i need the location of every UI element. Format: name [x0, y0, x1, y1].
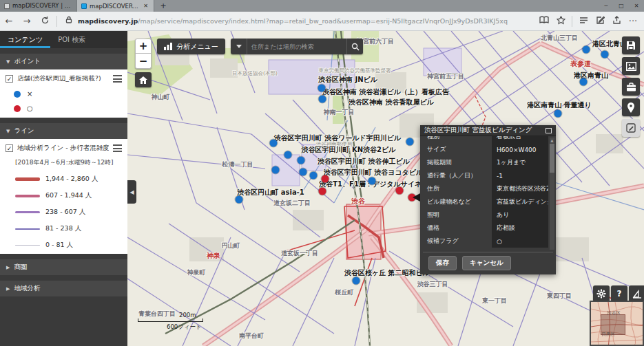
sidebar-tab[interactable]: コンテンツ — [0, 31, 50, 48]
web-note-icon[interactable] — [592, 16, 608, 27]
more-icon[interactable]: ··· — [625, 16, 641, 26]
save-map-button[interactable] — [622, 36, 640, 54]
briefcase-button[interactable] — [622, 78, 640, 96]
map-marker[interactable] — [270, 140, 278, 147]
attribute-value[interactable]: 応相談 — [492, 221, 548, 235]
attribute-value[interactable]: 宮益坂ビルディング — [492, 195, 548, 208]
export-image-button[interactable] — [622, 57, 640, 75]
map-label: 東一丁目 — [482, 296, 507, 305]
scale-meters: 200m — [179, 312, 196, 318]
chevron-down-icon: ▼ — [6, 59, 10, 65]
legend-label: 81 - 238 人 — [45, 224, 81, 233]
url-path: /map/service/mapdiscovery/index.html?map… — [138, 17, 508, 25]
map-marker[interactable] — [310, 172, 318, 180]
map-marker[interactable] — [318, 85, 326, 92]
map-marker[interactable] — [298, 157, 305, 164]
favorite-star-icon[interactable] — [552, 16, 569, 27]
hub-icon[interactable] — [575, 16, 592, 26]
point-legend-item: × — [14, 90, 122, 98]
map-marker[interactable] — [368, 177, 376, 185]
browser-tab[interactable]: mapDISCOVERY Viewer ✕ — [77, 0, 154, 12]
scrollbar-thumb[interactable] — [550, 144, 554, 173]
map-label: 東四丁目 — [547, 292, 572, 301]
layer-checkbox[interactable]: ✓ — [6, 144, 13, 152]
scroll-up-icon[interactable]: ▲ — [550, 138, 554, 143]
legend-label: 607 - 1,944 人 — [45, 191, 92, 200]
minimize-icon[interactable] — [546, 128, 552, 133]
attribute-value[interactable]: 東京都渋谷区渋谷2-19-15 — [492, 182, 548, 195]
settings-button[interactable] — [593, 285, 610, 302]
attribute-value[interactable]: あり — [492, 208, 548, 221]
layer-checkbox[interactable]: ✓ — [6, 75, 13, 83]
layer-menu-icon[interactable] — [113, 144, 122, 152]
sidebar-collapse-handle[interactable]: ◀ — [127, 180, 136, 204]
url-field[interactable]: mapdiscovery.jp/map/service/mapdiscovery… — [78, 14, 530, 29]
forward-icon[interactable]: → — [18, 16, 36, 26]
legend-label: 0 - 81 人 — [45, 241, 73, 250]
popup-scrollbar[interactable]: ▲ — [550, 138, 554, 250]
save-button[interactable]: 保存 — [428, 256, 457, 270]
attribute-value[interactable]: -1 — [492, 169, 548, 182]
layers-sidebar: コンテンツPOI 検索 ▼ ポイント ✓ 店舗(渋谷駅周辺_看板掲載?) × ○… — [0, 31, 127, 346]
map-marker[interactable] — [236, 196, 243, 204]
section-lines[interactable]: ▼ ライン — [0, 123, 127, 139]
scale-bar-line — [138, 318, 203, 322]
search-button[interactable] — [346, 39, 363, 54]
line-legend-item: 238 - 607 人 — [15, 208, 122, 217]
search-input[interactable] — [247, 43, 346, 50]
overview-map[interactable]: 渋谷区目黒区 — [590, 301, 644, 346]
attribute-value[interactable]: 1ヶ月まで — [492, 156, 548, 169]
divider — [572, 16, 572, 27]
maximize-button[interactable]: □ — [614, 3, 629, 9]
measure-button[interactable] — [629, 285, 644, 302]
map-marker[interactable] — [319, 188, 326, 195]
section-points[interactable]: ▼ ポイント — [0, 54, 127, 69]
attribute-label: 照明 — [420, 210, 492, 219]
search-dropdown-button[interactable] — [231, 39, 247, 54]
map-marker[interactable] — [396, 187, 404, 195]
popup-pointer — [413, 193, 420, 202]
close-button[interactable]: ✕ — [629, 3, 644, 9]
home-button[interactable] — [135, 72, 152, 87]
attribute-value[interactable]: H600×W400 — [492, 143, 548, 156]
zoom-in-button[interactable]: + — [135, 39, 152, 54]
back-icon[interactable]: ← — [0, 16, 18, 26]
tab-close-icon[interactable]: ✕ — [142, 3, 149, 9]
refresh-icon[interactable] — [36, 16, 54, 27]
map-marker[interactable] — [284, 151, 292, 159]
popup-title-bar[interactable]: 渋谷区宇田川町 宮益坂ビルディング — [420, 125, 556, 136]
map-marker[interactable] — [601, 51, 609, 58]
map-marker[interactable] — [406, 138, 414, 146]
map-canvas[interactable]: 神宮前六丁目北青山三丁目港区北青山表参道神宮前五丁目港区南青山港区南青山 骨董通… — [127, 31, 644, 346]
map-marker[interactable] — [583, 46, 590, 54]
attribute-value[interactable]: ○ — [492, 235, 548, 248]
reading-view-icon[interactable] — [536, 16, 552, 26]
section-area-analysis[interactable]: ▶ 地域分析 — [0, 281, 127, 296]
section-trade-area[interactable]: ▶ 商圏 — [0, 259, 127, 275]
attribute-row: 住所 東京都渋谷区渋谷2-19-15 — [420, 182, 548, 195]
feature-popup: 渋谷区宇田川町 宮益坂ビルディング 種別 看板広告 サイズ H600×W400 … — [420, 125, 556, 274]
map-marker[interactable] — [353, 277, 360, 285]
share-icon[interactable] — [608, 16, 625, 27]
sidebar-tab[interactable]: POI 検索 — [50, 31, 93, 48]
map-marker[interactable] — [554, 110, 562, 118]
map-marker[interactable] — [300, 169, 307, 176]
map-marker[interactable] — [319, 96, 326, 103]
new-tab-button[interactable]: + — [154, 0, 172, 12]
legend-line-swatch — [15, 177, 40, 181]
browser-tab[interactable]: mapDISCOVERY | 地域を知る ✕ — [0, 0, 77, 12]
zoom-out-button[interactable]: − — [135, 54, 152, 69]
help-button[interactable]: ? — [611, 285, 627, 302]
cancel-button[interactable]: キャンセル — [462, 256, 511, 270]
analysis-menu-button[interactable]: 分析メニュー — [157, 39, 225, 54]
map-marker[interactable] — [580, 78, 588, 86]
minimize-button[interactable]: ─ — [599, 3, 614, 9]
map-label: 円山町 — [222, 241, 240, 250]
layer-menu-icon[interactable] — [113, 75, 122, 83]
map-marker[interactable] — [272, 166, 280, 174]
map-marker[interactable] — [322, 175, 329, 183]
tab-title: mapDISCOVERY | 地域を知る — [12, 2, 72, 10]
attribute-value[interactable]: 看板広告 — [492, 136, 548, 143]
location-pin-button[interactable] — [622, 98, 640, 116]
draw-edit-button[interactable] — [622, 119, 640, 137]
